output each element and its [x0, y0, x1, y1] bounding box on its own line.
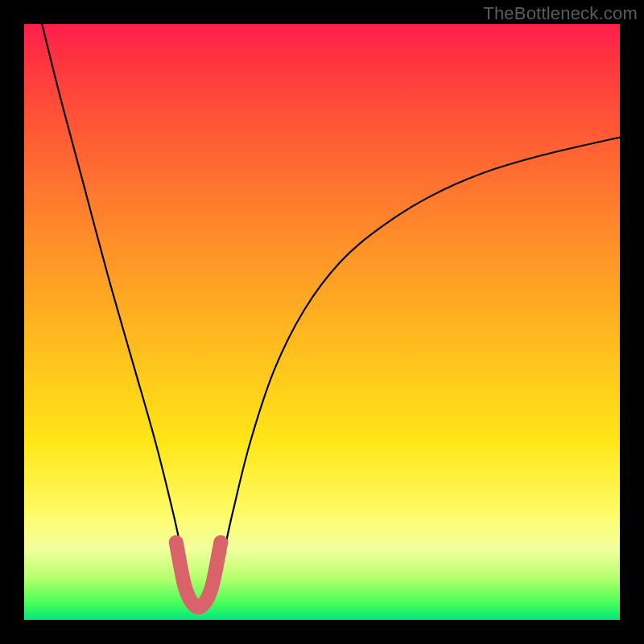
bottleneck-highlight-line [176, 543, 221, 608]
watermark-text: TheBottleneck.com [483, 3, 638, 24]
bottleneck-curve-line [42, 24, 620, 608]
bottleneck-chart [24, 24, 620, 620]
